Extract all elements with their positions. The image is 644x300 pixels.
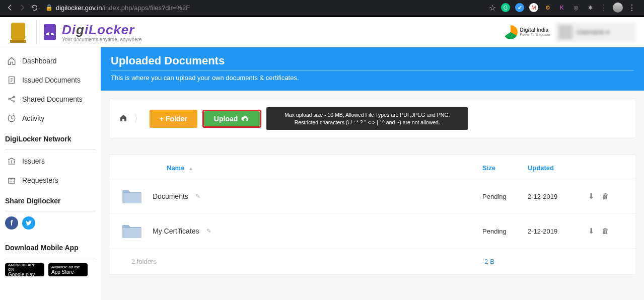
files-table: Name ▲ Size Updated Documents ✎ Pending …: [109, 155, 636, 275]
ext-icon-6[interactable]: ◎: [571, 3, 581, 12]
facebook-button[interactable]: f: [5, 216, 18, 230]
divider: [111, 70, 634, 71]
sidebar-item-issued[interactable]: Issued Documents: [0, 70, 101, 90]
sidebar-label: Issued Documents: [22, 76, 81, 84]
brand-tagline: Your documents anytime, anywhere: [62, 37, 142, 42]
browser-extensions: ☆ G ✔ M ⚙ K ◎ ✱ ⋮ ⋮: [485, 3, 640, 13]
brand-name: DigiLocker: [62, 22, 142, 38]
forward-button[interactable]: [16, 2, 28, 14]
row-updated: 2-12-2019: [528, 228, 588, 235]
page-title: Uploaded Documents: [111, 54, 634, 67]
star-icon[interactable]: ☆: [489, 3, 496, 13]
store-top: ANDROID APP ON: [8, 263, 41, 272]
url-host: digilocker.gov.in: [56, 4, 102, 12]
home-icon: [7, 56, 16, 65]
svg-point-6: [13, 96, 15, 98]
brand-block[interactable]: DigiLocker Your documents anytime, anywh…: [8, 21, 142, 44]
folder-icon: [121, 223, 142, 239]
svg-rect-3: [49, 33, 51, 36]
table-row[interactable]: Documents ✎ Pending 2-12-2019 ⬇ 🗑: [109, 179, 635, 213]
row-size: Pending: [482, 228, 528, 235]
sidebar-item-activity[interactable]: Activity: [0, 109, 101, 128]
google-play-badge[interactable]: ANDROID APP ON Google play: [5, 263, 44, 276]
delete-icon[interactable]: 🗑: [602, 192, 609, 201]
breadcrumb-home[interactable]: [119, 114, 127, 124]
download-icon[interactable]: ⬇: [588, 227, 595, 236]
sidebar-heading-download: Download Mobile App: [0, 237, 101, 256]
profile-avatar[interactable]: [613, 3, 623, 13]
share-icon: [7, 95, 16, 104]
divider: [5, 149, 96, 149]
column-size[interactable]: Size: [482, 164, 528, 172]
sidebar-label: Issuers: [22, 157, 45, 165]
sidebar-label: Dashboard: [22, 57, 57, 65]
add-folder-button[interactable]: + Folder: [150, 110, 197, 128]
divider: [5, 211, 96, 211]
digital-india-icon: [504, 25, 518, 39]
ext-icon-4[interactable]: ⚙: [543, 3, 552, 12]
reload-button[interactable]: [28, 2, 40, 14]
address-bar[interactable]: 🔒 digilocker.gov.in/index.php/apps/files…: [45, 4, 485, 12]
browser-chrome: 🔒 digilocker.gov.in/index.php/apps/files…: [0, 0, 644, 15]
digital-india-title: Digital India: [520, 27, 548, 33]
table-summary: 2 folders -2 B: [109, 248, 635, 274]
button-label: + Folder: [160, 115, 187, 123]
digital-india-sub: Power To Empower: [520, 33, 550, 36]
button-label: Upload: [214, 115, 238, 123]
column-updated[interactable]: Updated: [528, 164, 588, 172]
rename-icon[interactable]: ✎: [195, 193, 200, 200]
twitter-icon: [25, 219, 32, 227]
menu-icon[interactable]: ⋮: [628, 3, 636, 13]
rename-icon[interactable]: ✎: [206, 228, 211, 235]
url-path: /index.php/apps/files?dir=%2F: [102, 4, 190, 12]
row-size: Pending: [482, 193, 528, 200]
row-updated: 2-12-2019: [528, 193, 588, 200]
store-name: App Store: [51, 269, 85, 275]
column-label: Name: [167, 164, 184, 172]
upload-button[interactable]: Upload: [204, 111, 260, 126]
row-name: My Certificates: [153, 227, 199, 235]
sidebar-item-requesters[interactable]: Requesters: [0, 171, 101, 190]
app-header: DigiLocker Your documents anytime, anywh…: [0, 17, 644, 47]
digital-india-logo: Digital IndiaPower To Empower: [504, 25, 550, 39]
delete-icon[interactable]: 🗑: [602, 227, 609, 236]
document-icon: [7, 76, 16, 85]
folder-icon: [121, 188, 142, 204]
table-header: Name ▲ Size Updated: [109, 155, 635, 179]
breadcrumb-separator: 〉: [133, 112, 144, 125]
twitter-button[interactable]: [22, 216, 35, 230]
svg-rect-9: [9, 178, 15, 183]
sidebar: Dashboard Issued Documents Shared Docume…: [0, 47, 101, 300]
ext-divider: ⋮: [600, 3, 608, 13]
upload-highlight: Upload: [202, 110, 261, 128]
user-menu[interactable]: Username ▾: [555, 23, 636, 42]
emblem-icon: [8, 21, 28, 44]
column-name[interactable]: Name ▲: [121, 164, 482, 172]
app-store-badge[interactable]: Available on the App Store: [48, 263, 88, 276]
sidebar-item-dashboard[interactable]: Dashboard: [0, 51, 101, 70]
page-subtitle: This is where you can upload your own do…: [111, 74, 634, 82]
ext-icon-3[interactable]: M: [529, 3, 538, 12]
cloud-lock-icon: [41, 23, 59, 41]
download-icon[interactable]: ⬇: [588, 192, 595, 201]
building-icon: [7, 176, 16, 185]
sidebar-heading-network: DigiLocker Network: [0, 128, 101, 147]
ext-icon-2[interactable]: ✔: [515, 3, 524, 12]
toolbar: 〉 + Folder Upload Max upload size - 10 M…: [109, 99, 636, 138]
main-content: Uploaded Documents This is where you can…: [101, 47, 644, 300]
svg-point-7: [13, 101, 15, 102]
table-row[interactable]: My Certificates ✎ Pending 2-12-2019 ⬇ 🗑: [109, 213, 635, 248]
sidebar-item-shared[interactable]: Shared Documents: [0, 90, 101, 109]
ext-icon-5[interactable]: K: [557, 3, 566, 12]
summary-size: -2 B: [482, 258, 528, 265]
summary-count: 2 folders: [121, 258, 482, 265]
back-button[interactable]: [4, 2, 16, 14]
upload-info-tooltip: Max upload size - 10 MB, Allowed File Ty…: [266, 107, 468, 130]
sidebar-item-issuers[interactable]: Issuers: [0, 152, 101, 171]
ext-icon-7[interactable]: ✱: [586, 3, 595, 12]
svg-point-5: [9, 99, 10, 100]
divider: [5, 258, 96, 258]
activity-icon: [7, 114, 16, 123]
ext-icon-1[interactable]: G: [501, 3, 510, 12]
sidebar-label: Shared Documents: [22, 95, 83, 103]
